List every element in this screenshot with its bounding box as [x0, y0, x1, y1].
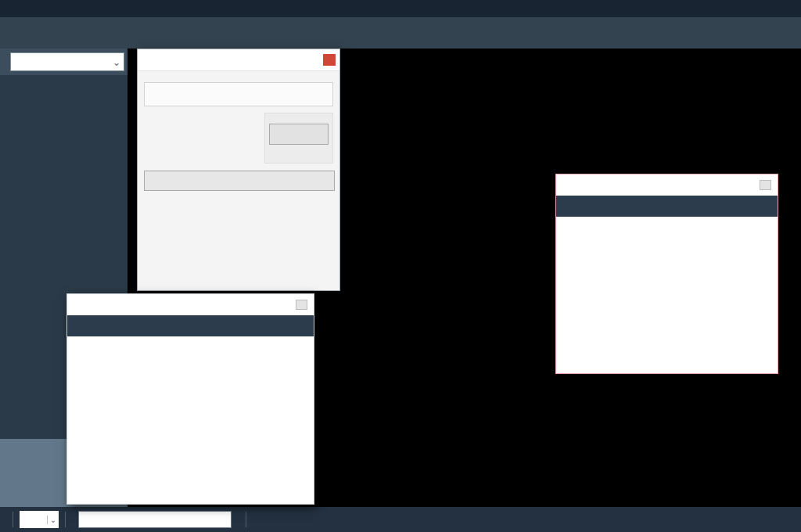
- window-button[interactable]: [296, 300, 307, 310]
- magnifier-toolbar: [67, 315, 314, 336]
- unit-dropdown[interactable]: ⌄: [20, 511, 59, 528]
- status-bar: ⌄: [0, 507, 801, 532]
- magnifier-title-bar[interactable]: [556, 174, 778, 196]
- reset-button[interactable]: [269, 124, 329, 145]
- magnifier-content[interactable]: [556, 217, 778, 373]
- app-window: ⌄ ⌄: [0, 0, 801, 532]
- step-bar: ⌄: [0, 49, 128, 75]
- step-dropdown[interactable]: ⌄: [10, 52, 124, 71]
- magnifier-window-bottom-left[interactable]: [66, 293, 314, 505]
- magnifier-title-bar[interactable]: [67, 294, 314, 315]
- options-checkbox-list: [144, 113, 260, 164]
- command-input[interactable]: [78, 511, 232, 528]
- magnifier-toolbar: [556, 196, 778, 217]
- menu-bar: [0, 0, 801, 17]
- close-button[interactable]: [144, 171, 335, 191]
- width-radio-group: [144, 82, 333, 106]
- magnifier-window-right[interactable]: [555, 174, 778, 374]
- chevron-down-icon: ⌄: [110, 56, 124, 68]
- transform-panel: [264, 113, 333, 164]
- magnifier-content[interactable]: [67, 336, 314, 504]
- window-button[interactable]: [760, 180, 771, 190]
- dialog-close-button[interactable]: [323, 54, 336, 66]
- chevron-down-icon: ⌄: [47, 516, 59, 524]
- dialog-title: [138, 49, 339, 71]
- main-toolbar: [0, 17, 801, 49]
- graphic-options-dialog: [137, 49, 340, 291]
